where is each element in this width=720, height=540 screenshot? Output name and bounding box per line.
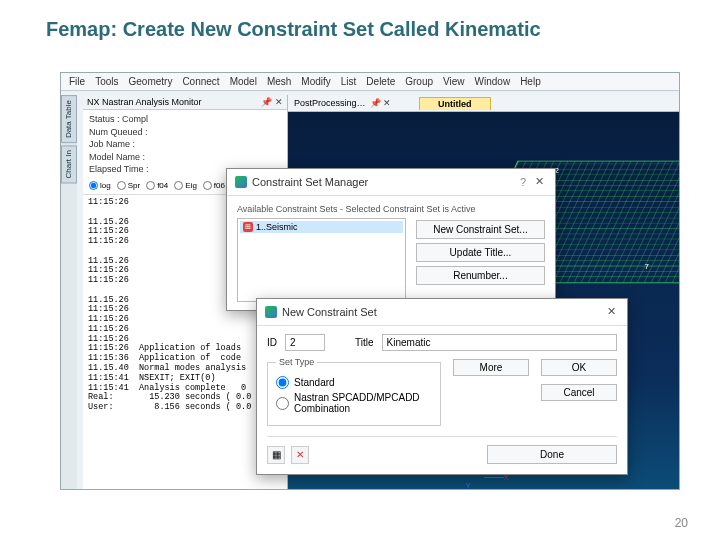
secondary-toolbar: PostProcessing… 📌 ✕ Untitled	[288, 95, 679, 112]
title-field[interactable]	[382, 334, 617, 351]
menu-geometry[interactable]: Geometry	[128, 76, 172, 87]
menu-window[interactable]: Window	[475, 76, 511, 87]
analysis-monitor-title: NX Nastran Analysis Monitor	[87, 97, 202, 107]
toolbar-icon[interactable]: ✕	[291, 446, 309, 464]
radio-combination-label: Nastran SPCADD/MPCADD Combination	[294, 392, 432, 414]
menu-help[interactable]: Help	[520, 76, 541, 87]
menu-mesh[interactable]: Mesh	[267, 76, 291, 87]
constraint-set-list[interactable]: ⊞ 1..Seismic	[237, 218, 406, 302]
more-button[interactable]: More	[453, 359, 529, 376]
done-button[interactable]: Done	[487, 445, 617, 464]
menu-delete[interactable]: Delete	[366, 76, 395, 87]
close-icon[interactable]: ✕	[531, 174, 547, 190]
femap-window: File Tools Geometry Connect Model Mesh M…	[60, 72, 680, 490]
tab-untitled[interactable]: Untitled	[419, 97, 491, 110]
menu-group[interactable]: Group	[405, 76, 433, 87]
radio-standard[interactable]	[276, 376, 289, 389]
new-constraint-set-button[interactable]: New Constraint Set...	[416, 220, 545, 239]
monitor-queued: Num Queued :	[89, 126, 281, 139]
pin-icon[interactable]: 📌 ✕	[370, 98, 392, 108]
sidetab-chart[interactable]: Chart In	[61, 145, 77, 183]
new-constraint-set-dialog: New Constraint Set ✕ ID Title Set Type S…	[256, 298, 628, 475]
radio-f06[interactable]: f06	[203, 181, 225, 190]
menu-view[interactable]: View	[443, 76, 465, 87]
radio-combination[interactable]	[276, 397, 289, 410]
pin-icon[interactable]: 📌 ✕	[261, 97, 283, 107]
monitor-status: Status : Compl	[89, 113, 281, 126]
radio-spr[interactable]: Spr	[117, 181, 140, 190]
id-field[interactable]	[285, 334, 325, 351]
ok-button[interactable]: OK	[541, 359, 617, 376]
axis-y-icon: Y	[466, 481, 471, 489]
manager-caption: Available Constraint Sets - Selected Con…	[237, 204, 545, 214]
menu-tools[interactable]: Tools	[95, 76, 118, 87]
app-icon	[235, 176, 247, 188]
help-icon[interactable]: ?	[520, 176, 526, 188]
node-label-7: 7	[645, 262, 649, 271]
slide-title: Femap: Create New Constraint Set Called …	[46, 18, 541, 41]
toolbar-icon[interactable]: ▦	[267, 446, 285, 464]
menu-connect[interactable]: Connect	[182, 76, 219, 87]
constraint-icon: ⊞	[243, 222, 253, 232]
page-number: 20	[675, 516, 688, 530]
sidetab-data-table[interactable]: Data Table	[61, 95, 77, 143]
monitor-modelname: Model Name :	[89, 151, 281, 164]
menu-modify[interactable]: Modify	[301, 76, 330, 87]
side-tab-strip: Data Table Chart In	[61, 95, 77, 489]
constraint-set-manager-dialog: Constraint Set Manager ? ✕ Available Con…	[226, 168, 556, 311]
close-icon[interactable]: ✕	[603, 304, 619, 320]
menu-file[interactable]: File	[69, 76, 85, 87]
radio-standard-label: Standard	[294, 377, 335, 388]
menu-model[interactable]: Model	[230, 76, 257, 87]
renumber-button[interactable]: Renumber...	[416, 266, 545, 285]
radio-f04[interactable]: f04	[146, 181, 168, 190]
title-label: Title	[355, 337, 374, 348]
dialog-title: Constraint Set Manager	[252, 176, 368, 188]
menu-bar: File Tools Geometry Connect Model Mesh M…	[61, 73, 679, 91]
radio-eig[interactable]: Eig	[174, 181, 197, 190]
id-label: ID	[267, 337, 277, 348]
list-item[interactable]: ⊞ 1..Seismic	[240, 221, 403, 233]
postprocessing-label[interactable]: PostProcessing…	[294, 98, 366, 108]
list-item-label: 1..Seismic	[256, 222, 298, 232]
monitor-jobname: Job Name :	[89, 138, 281, 151]
menu-list[interactable]: List	[341, 76, 357, 87]
set-type-legend: Set Type	[276, 357, 317, 367]
radio-log[interactable]: log	[89, 181, 111, 190]
update-title-button[interactable]: Update Title...	[416, 243, 545, 262]
dialog-title: New Constraint Set	[282, 306, 377, 318]
app-icon	[265, 306, 277, 318]
cancel-button[interactable]: Cancel	[541, 384, 617, 401]
